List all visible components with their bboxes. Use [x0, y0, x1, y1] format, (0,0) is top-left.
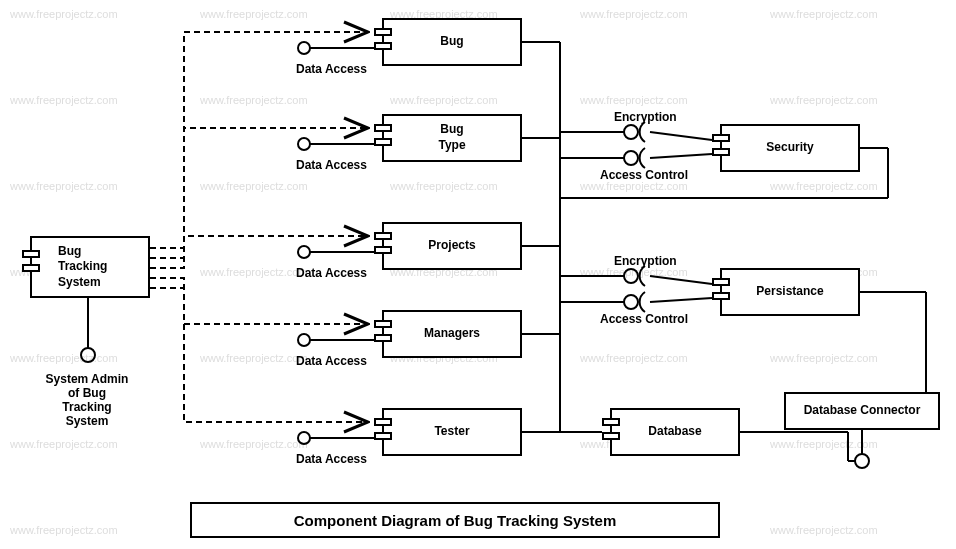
system-label: Bug Tracking System: [58, 244, 107, 291]
svg-point-8: [298, 334, 310, 346]
component-bug-tracking-system: Bug Tracking System: [30, 236, 150, 298]
port-icon: [374, 28, 392, 36]
title-text: Component Diagram of Bug Tracking System: [294, 512, 617, 529]
svg-point-6: [298, 246, 310, 258]
port-icon: [712, 134, 730, 142]
watermark: www.freeprojectz.com: [770, 438, 878, 450]
port-icon: [374, 42, 392, 50]
managers-label: Managers: [424, 326, 480, 342]
watermark: www.freeprojectz.com: [200, 180, 308, 192]
port-icon: [712, 278, 730, 286]
watermark: www.freeprojectz.com: [770, 8, 878, 20]
access-control-label: Access Control: [600, 312, 688, 326]
svg-point-36: [855, 454, 869, 468]
data-access-label: Data Access: [296, 266, 367, 280]
svg-line-20: [650, 132, 712, 140]
bugtype-label: Bug Type: [438, 122, 465, 153]
svg-point-25: [624, 269, 638, 283]
component-tester: Tester: [382, 408, 522, 456]
diagram-title: Component Diagram of Bug Tracking System: [190, 502, 720, 538]
encryption-label: Encryption: [614, 110, 677, 124]
watermark: www.freeprojectz.com: [200, 352, 308, 364]
svg-point-22: [624, 151, 638, 165]
projects-label: Projects: [428, 238, 475, 254]
watermark: www.freeprojectz.com: [10, 8, 118, 20]
svg-line-23: [650, 154, 712, 158]
watermark: www.freeprojectz.com: [10, 180, 118, 192]
port-icon: [22, 264, 40, 272]
component-bug-type: Bug Type: [382, 114, 522, 162]
svg-point-1: [81, 348, 95, 362]
watermark: www.freeprojectz.com: [10, 524, 118, 536]
watermark: www.freeprojectz.com: [10, 94, 118, 106]
svg-line-26: [650, 276, 712, 284]
watermark: www.freeprojectz.com: [10, 438, 118, 450]
port-icon: [712, 148, 730, 156]
watermark: www.freeprojectz.com: [200, 438, 308, 450]
dbconnector-label: Database Connector: [804, 403, 921, 419]
port-icon: [602, 432, 620, 440]
watermark: www.freeprojectz.com: [390, 180, 498, 192]
watermark: www.freeprojectz.com: [580, 94, 688, 106]
component-managers: Managers: [382, 310, 522, 358]
tester-label: Tester: [434, 424, 469, 440]
svg-line-29: [650, 298, 712, 302]
watermark: www.freeprojectz.com: [770, 180, 878, 192]
watermark: www.freeprojectz.com: [200, 94, 308, 106]
security-label: Security: [766, 140, 813, 156]
watermark: www.freeprojectz.com: [770, 524, 878, 536]
svg-point-28: [624, 295, 638, 309]
bug-label: Bug: [440, 34, 463, 50]
port-icon: [374, 246, 392, 254]
encryption-label: Encryption: [614, 254, 677, 268]
port-icon: [374, 138, 392, 146]
data-access-label: Data Access: [296, 158, 367, 172]
port-icon: [374, 334, 392, 342]
watermark: www.freeprojectz.com: [580, 8, 688, 20]
port-icon: [374, 232, 392, 240]
watermark: www.freeprojectz.com: [580, 352, 688, 364]
component-persistance: Persistance: [720, 268, 860, 316]
watermark: www.freeprojectz.com: [770, 352, 878, 364]
watermark: www.freeprojectz.com: [200, 266, 308, 278]
svg-point-4: [298, 138, 310, 150]
port-icon: [712, 292, 730, 300]
svg-point-10: [298, 432, 310, 444]
port-icon: [374, 320, 392, 328]
database-label: Database: [648, 424, 701, 440]
component-database: Database: [610, 408, 740, 456]
svg-point-19: [624, 125, 638, 139]
port-icon: [22, 250, 40, 258]
port-icon: [374, 432, 392, 440]
svg-point-2: [298, 42, 310, 54]
watermark: www.freeprojectz.com: [390, 94, 498, 106]
admin-label: System Admin of Bug Tracking System: [32, 372, 142, 428]
component-bug: Bug: [382, 18, 522, 66]
data-access-label: Data Access: [296, 452, 367, 466]
watermark: www.freeprojectz.com: [200, 8, 308, 20]
watermark: www.freeprojectz.com: [10, 352, 118, 364]
data-access-label: Data Access: [296, 354, 367, 368]
component-db-connector: Database Connector: [784, 392, 940, 430]
data-access-label: Data Access: [296, 62, 367, 76]
component-projects: Projects: [382, 222, 522, 270]
port-icon: [374, 418, 392, 426]
access-control-label: Access Control: [600, 168, 688, 182]
port-icon: [602, 418, 620, 426]
port-icon: [374, 124, 392, 132]
watermark: www.freeprojectz.com: [770, 94, 878, 106]
component-security: Security: [720, 124, 860, 172]
persistance-label: Persistance: [756, 284, 823, 300]
